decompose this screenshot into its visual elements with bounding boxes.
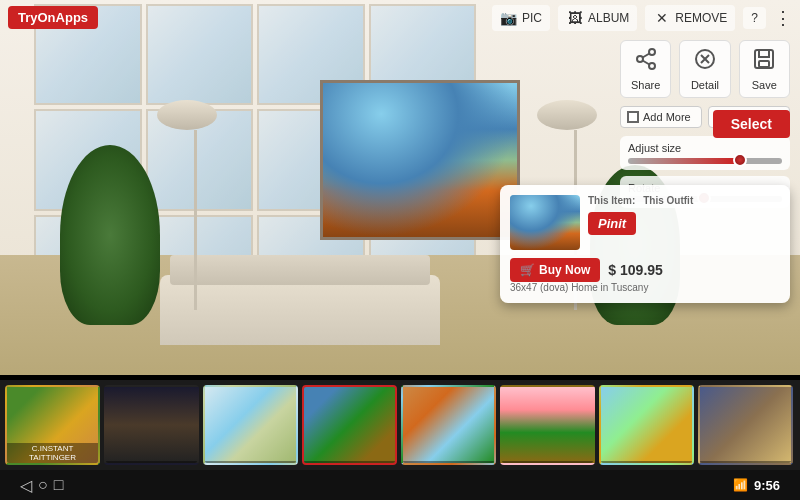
thumbnail-strip: C.INSTANT TAITTINGER bbox=[0, 380, 800, 470]
svg-line-3 bbox=[642, 61, 649, 65]
nav-left-icons: ◁ ○ □ bbox=[20, 476, 63, 495]
remove-label: REMOVE bbox=[675, 11, 727, 25]
svg-rect-8 bbox=[759, 61, 769, 67]
nav-status: 📶 9:56 bbox=[733, 478, 780, 493]
thumb-label-5 bbox=[403, 461, 494, 463]
buy-row: 🛒 Buy Now $ 109.95 bbox=[510, 258, 780, 282]
svg-point-2 bbox=[649, 63, 655, 69]
thumb-label-7 bbox=[601, 461, 692, 463]
this-outfit-label: This Outfit bbox=[643, 195, 693, 206]
svg-point-0 bbox=[649, 49, 655, 55]
save-label: Save bbox=[752, 79, 777, 91]
album-label: ALBUM bbox=[588, 11, 629, 25]
thumb-label-6 bbox=[502, 461, 593, 463]
save-button[interactable]: Save bbox=[739, 40, 790, 98]
thumbnail-3[interactable] bbox=[203, 385, 298, 465]
lamp-pole bbox=[194, 130, 197, 310]
svg-rect-6 bbox=[755, 50, 773, 68]
lamp-head bbox=[157, 100, 217, 130]
top-bar: TryOnApps 📷 PIC 🖼 ALBUM ✕ REMOVE ? ⋮ bbox=[0, 0, 800, 35]
cart-icon: 🛒 bbox=[520, 263, 535, 277]
album-icon: 🖼 bbox=[566, 9, 584, 27]
remove-icon: ✕ bbox=[653, 9, 671, 27]
app-logo: TryOnApps bbox=[8, 6, 98, 29]
select-button[interactable]: Select bbox=[713, 110, 790, 138]
add-more-checkbox bbox=[627, 111, 639, 123]
thumb-label-3 bbox=[205, 461, 296, 463]
svg-line-4 bbox=[642, 54, 649, 58]
album-button[interactable]: 🖼 ALBUM bbox=[558, 5, 637, 31]
remove-button[interactable]: ✕ REMOVE bbox=[645, 5, 735, 31]
thumb-label-8 bbox=[700, 461, 791, 463]
size-slider-track[interactable] bbox=[628, 158, 782, 164]
save-icon bbox=[752, 47, 776, 77]
svg-rect-7 bbox=[759, 50, 769, 57]
detail-label: Detail bbox=[691, 79, 719, 91]
product-popup: This Item: This Outfit Pinit 🛒 Buy Now $… bbox=[500, 185, 790, 303]
popup-thumb-image bbox=[510, 195, 580, 250]
nav-bar: ◁ ○ □ 📶 9:56 bbox=[0, 470, 800, 500]
plant-body bbox=[60, 145, 160, 325]
thumbnail-5[interactable] bbox=[401, 385, 496, 465]
popup-labels: This Item: This Outfit bbox=[588, 195, 780, 206]
scene-artwork[interactable] bbox=[320, 80, 520, 240]
more-options-button[interactable]: ⋮ bbox=[774, 7, 792, 29]
add-more-button[interactable]: Add More bbox=[620, 106, 702, 128]
clock: 9:56 bbox=[754, 478, 780, 493]
thumb-label-2 bbox=[106, 461, 197, 463]
thumbnail-7[interactable] bbox=[599, 385, 694, 465]
action-row: Share Detail bbox=[620, 40, 790, 98]
help-label: ? bbox=[751, 11, 758, 25]
buy-now-label: Buy Now bbox=[539, 263, 590, 277]
recent-button[interactable]: □ bbox=[54, 476, 64, 494]
thumbnail-8[interactable] bbox=[698, 385, 793, 465]
artwork-display bbox=[323, 83, 517, 237]
back-button[interactable]: ◁ bbox=[20, 476, 32, 495]
thumb-label-4 bbox=[304, 461, 395, 463]
sofa-back bbox=[170, 255, 430, 285]
thumbnail-2[interactable] bbox=[104, 385, 199, 465]
price-display: $ 109.95 bbox=[608, 262, 663, 278]
share-button[interactable]: Share bbox=[620, 40, 671, 98]
adjust-size-label: Adjust size bbox=[628, 142, 782, 154]
share-icon bbox=[634, 47, 658, 77]
thumbnail-1[interactable]: C.INSTANT TAITTINGER bbox=[5, 385, 100, 465]
buy-now-button[interactable]: 🛒 Buy Now bbox=[510, 258, 600, 282]
home-button[interactable]: ○ bbox=[38, 476, 48, 494]
popup-thumbnail bbox=[510, 195, 580, 250]
popup-top-row: This Item: This Outfit Pinit bbox=[510, 195, 780, 250]
lamp-left bbox=[185, 105, 205, 325]
thumb-label-1: C.INSTANT TAITTINGER bbox=[7, 443, 98, 463]
thumbnail-4[interactable] bbox=[302, 385, 397, 465]
size-slider-thumb[interactable] bbox=[733, 153, 747, 167]
popup-actions: This Item: This Outfit Pinit bbox=[588, 195, 780, 250]
detail-button[interactable]: Detail bbox=[679, 40, 730, 98]
share-label: Share bbox=[631, 79, 660, 91]
help-button[interactable]: ? bbox=[743, 7, 766, 29]
thumbnail-6[interactable] bbox=[500, 385, 595, 465]
pic-label: PIC bbox=[522, 11, 542, 25]
pic-button[interactable]: 📷 PIC bbox=[492, 5, 550, 31]
this-item-label: This Item: bbox=[588, 195, 635, 206]
pinit-button[interactable]: Pinit bbox=[588, 212, 636, 235]
camera-icon: 📷 bbox=[500, 9, 518, 27]
add-more-label: Add More bbox=[643, 111, 691, 123]
detail-icon bbox=[693, 47, 717, 77]
adjust-size-section: Adjust size bbox=[620, 136, 790, 170]
wifi-icon: 📶 bbox=[733, 478, 748, 492]
lamp-head bbox=[537, 100, 597, 130]
plant-left bbox=[60, 145, 160, 325]
svg-point-1 bbox=[637, 56, 643, 62]
product-description: 36x47 (dova) Home in Tuscany bbox=[510, 282, 780, 293]
main-scene: TryOnApps 📷 PIC 🖼 ALBUM ✕ REMOVE ? ⋮ bbox=[0, 0, 800, 375]
